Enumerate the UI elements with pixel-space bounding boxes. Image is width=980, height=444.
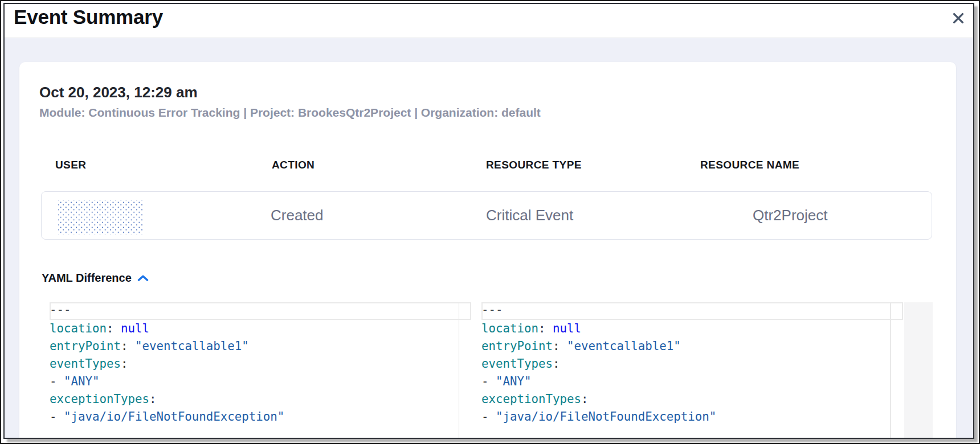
redacted-user-cell (58, 200, 143, 235)
code-line: - "java/io/FileNotFoundException" (481, 408, 903, 426)
code-line: entryPoint: "eventcallable1" (50, 338, 471, 355)
close-icon (953, 13, 964, 24)
diff-right-editor[interactable]: ---location: nullentryPoint: "eventcalla… (481, 302, 903, 438)
code-line: - "java/io/FileNotFoundException" (50, 408, 471, 426)
event-card: Oct 20, 2023, 12:29 am Module: Continuou… (19, 62, 956, 438)
yaml-diff-viewer: ---location: nullentryPoint: "eventcalla… (50, 302, 956, 438)
chevron-up-icon[interactable] (137, 274, 149, 281)
event-meta-line: Module: Continuous Error Tracking | Proj… (39, 105, 541, 120)
column-header-resource-type: RESOURCE TYPE (486, 159, 582, 171)
code-line: location: null (50, 320, 471, 338)
code-line: - "ANY" (50, 373, 471, 390)
column-header-resource-name: RESOURCE NAME (700, 159, 799, 171)
code-line: --- (50, 302, 471, 320)
yaml-difference-label: YAML Difference (42, 270, 132, 285)
modal-body: Oct 20, 2023, 12:29 am Module: Continuou… (5, 38, 973, 438)
cell-action: Created (271, 192, 324, 239)
column-header-user: USER (55, 159, 86, 171)
cell-resource-type: Critical Event (486, 192, 573, 239)
code-line: eventTypes: (50, 355, 471, 373)
code-line: location: null (481, 320, 903, 338)
table-row: Created Critical Event Qtr2Project (41, 191, 932, 240)
event-datetime: Oct 20, 2023, 12:29 am (39, 84, 198, 101)
code-line: eventTypes: (481, 355, 903, 373)
code-line: --- (481, 302, 903, 320)
event-summary-modal: Event Summary Oct 20, 2023, 12:29 am Mod… (3, 3, 974, 439)
diff-overview-ruler (904, 302, 933, 438)
modal-header: Event Summary (5, 4, 973, 38)
close-button[interactable] (948, 8, 969, 28)
page-title: Event Summary (14, 4, 163, 30)
code-line: exceptionTypes: (481, 390, 903, 408)
cell-resource-name: Qtr2Project (753, 192, 828, 239)
code-line: - "ANY" (481, 373, 903, 390)
code-line: exceptionTypes: (50, 390, 471, 408)
diff-left-editor[interactable]: ---location: nullentryPoint: "eventcalla… (50, 302, 471, 438)
code-line: entryPoint: "eventcallable1" (481, 338, 903, 355)
screenshot-frame: Event Summary Oct 20, 2023, 12:29 am Mod… (0, 0, 980, 444)
yaml-difference-header: YAML Difference (42, 270, 149, 285)
column-header-action: ACTION (272, 159, 315, 171)
